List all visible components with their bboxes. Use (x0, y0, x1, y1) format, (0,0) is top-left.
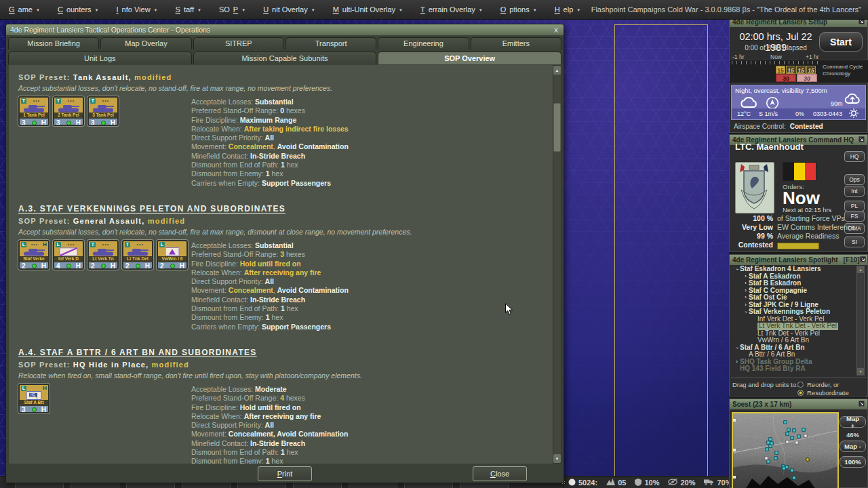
tab-engineering[interactable]: Engineering (378, 37, 469, 49)
minimap-panel-header[interactable]: Soest (23 x 17 km) (730, 399, 867, 409)
tree-item-staf-b-eskadron[interactable]: ›Staf B Eskadron (731, 280, 854, 287)
unit-counter[interactable]: T•••1 Tank Pel3H (18, 96, 50, 126)
tree-expander-icon[interactable]: › (743, 287, 749, 295)
unit-marker-yellow[interactable] (806, 458, 810, 462)
tree-expander-icon[interactable]: › (743, 294, 749, 302)
panel-collapse-icon[interactable] (860, 256, 866, 264)
unit-marker-cyan[interactable] (775, 451, 778, 454)
menu-terrain-overlay[interactable]: Terrain Overlay ▼ (412, 0, 492, 19)
map-zoom-full-button[interactable]: 100% (840, 456, 866, 468)
menu-counters[interactable]: Counters ▼ (49, 0, 108, 19)
unit-marker-cyan[interactable] (797, 435, 800, 438)
unit-counter[interactable]: T•••Lt Verk Tn2H (87, 240, 119, 270)
tree-expander-icon[interactable]: › (742, 309, 749, 315)
dialog-title-bar[interactable]: 4de Regiment Lansiers Tactical Operation… (6, 24, 564, 35)
scrollbar-thumb[interactable] (553, 103, 561, 152)
unit-marker-cyan[interactable] (767, 460, 770, 463)
print-button[interactable]: Print (258, 466, 312, 481)
tree-expander-icon[interactable]: › (734, 359, 740, 366)
tab-unit-logs[interactable]: Unit Logs (8, 52, 192, 64)
tree-item-hq-143-field-bty-ra[interactable]: HQ 143 Field Bty RA (731, 365, 854, 373)
panel-collapse-icon[interactable] (859, 401, 865, 408)
menu-info-view[interactable]: Info View ▼ (108, 0, 167, 19)
tree-expander-icon[interactable]: › (733, 266, 741, 272)
tab-map-overlay[interactable]: Map Overlay (100, 37, 191, 49)
tree-item-vwwrn-6-art-bn[interactable]: VwWrn / 6 Art Bn (731, 337, 854, 344)
minimap[interactable] (732, 412, 839, 488)
tab-emitters[interactable]: Emitters (471, 37, 561, 49)
hq-button-pl[interactable]: PL (844, 201, 865, 211)
unit-marker-cyan[interactable] (793, 429, 795, 432)
map-zoom-in-button[interactable]: Map + (840, 416, 866, 428)
tab-sop-overview[interactable]: SOP Overview (378, 52, 561, 64)
unit-counter[interactable]: T•••2 Tank Pel3H (53, 96, 84, 126)
menu-help[interactable]: Help ▼ (546, 0, 590, 19)
hq-button-ops[interactable]: Ops (844, 174, 865, 185)
menu-staff[interactable]: Staff ▼ (167, 0, 210, 19)
close-button[interactable]: Close (473, 466, 527, 481)
weather-box[interactable]: Night, overcast, visibility 7,500m illum… (731, 85, 866, 120)
scroll-up-icon[interactable]: ▲ (553, 66, 561, 75)
tree-expander-icon[interactable]: › (743, 302, 749, 309)
tab-sitrep[interactable]: SITREP (193, 37, 284, 49)
tree-item-staf-verkennings-peleton[interactable]: ›Staf Verkennings Peleton (731, 308, 854, 316)
scroll-down-icon[interactable]: ▼ (857, 368, 864, 375)
tab-mission-capable-subunits[interactable]: Mission Capable Subunits (193, 52, 377, 64)
readiness-letter: H (76, 119, 81, 127)
resize-grip[interactable] (864, 392, 865, 393)
unit-name: Lt Verk Tn (89, 256, 117, 262)
reorder-radio[interactable] (797, 382, 804, 388)
unit-marker-white[interactable] (765, 457, 768, 460)
unit-counter[interactable]: LVwWrn / 62H (157, 240, 188, 270)
start-button[interactable]: Start (819, 32, 863, 52)
unit-marker-cyan[interactable] (783, 467, 785, 470)
tab-transport[interactable]: Transport (285, 37, 376, 49)
unit-counter[interactable]: L•••HStaf Verke2H (18, 240, 50, 270)
unit-marker-cyan[interactable] (802, 428, 805, 431)
unit-marker-cyan[interactable] (766, 448, 768, 451)
tab-mission-briefing[interactable]: Mission Briefing (8, 37, 99, 49)
spotlight-panel-header[interactable]: 4de Regiment Lansiers Spotlight [F10] (730, 255, 867, 265)
tree-expander-icon[interactable]: › (733, 344, 741, 350)
panel-collapse-icon[interactable] (859, 136, 865, 144)
unit-counter[interactable]: LHHQStaf A Btt3H (18, 384, 50, 413)
unit-marker-cyan[interactable] (793, 476, 795, 479)
menu-options[interactable]: Options ▼ (492, 0, 546, 19)
tree-expander-icon[interactable]: › (743, 280, 749, 287)
unit-marker-cyan[interactable] (791, 469, 793, 472)
unit-marker-white[interactable] (786, 441, 789, 443)
resize-grip[interactable] (560, 479, 561, 480)
unit-marker-white[interactable] (804, 434, 807, 437)
map-zoom-out-button[interactable]: Map - (840, 441, 866, 452)
dialog-scrollbar[interactable]: ▲ ▼ (553, 65, 561, 464)
tree-item-lt-verk-tnk-det-verk-pel[interactable]: Lt Verk Tnk Det - Verk Pel (731, 323, 854, 330)
unit-counter[interactable]: T•••3 Tank Pel3H (87, 96, 119, 126)
unit-counter[interactable]: T•••Lt Tnk Det2H (122, 240, 153, 270)
hq-button-int[interactable]: Int (844, 186, 865, 197)
menu-unit-overlay[interactable]: Unit Overlay ▼ (254, 0, 323, 19)
menu-sop[interactable]: SOP ▼ (210, 0, 254, 19)
tree-item-staf-ost-cie[interactable]: ›Staf Ost Cie (731, 294, 854, 302)
sop-detail-row: Acceptable Losses: Moderate (191, 385, 553, 394)
resubordinate-radio[interactable] (797, 390, 804, 396)
unit-marker-cyan[interactable] (791, 436, 793, 439)
tree-expander-icon[interactable]: › (743, 273, 749, 281)
scroll-down-icon[interactable]: ▼ (553, 454, 561, 463)
unit-marker-cyan[interactable] (774, 457, 777, 460)
scroll-up-icon[interactable]: ▲ (857, 266, 864, 273)
unit-marker-cyan[interactable] (786, 432, 789, 435)
unit-marker-cyan[interactable] (770, 442, 773, 445)
unit-counter[interactable]: L•••Inf Verk D4H (53, 240, 84, 270)
unit-marker-white[interactable] (795, 441, 798, 444)
tree-item-staf-eskadron-4-lansiers[interactable]: ›Staf Eskadron 4 Lansiers (731, 266, 854, 273)
menu-game[interactable]: Game ▼ (0, 0, 49, 19)
close-icon[interactable]: x (553, 26, 559, 34)
unit-marker-cyan[interactable] (767, 441, 770, 444)
unit-marker-cyan[interactable] (784, 421, 787, 424)
spotlight-scrollbar[interactable]: ▲ ▼ (856, 266, 865, 375)
unit-marker-cyan[interactable] (787, 428, 790, 431)
hq-button-hq[interactable]: HQ (844, 151, 865, 162)
tree-item-a-bttr-6-art-bn[interactable]: A Bttr / 6 Art Bn (731, 351, 854, 359)
menu-multi-unit-overlay[interactable]: Multi-Unit Overlay ▼ (324, 0, 412, 19)
unit-marker-cyan[interactable] (769, 438, 772, 441)
